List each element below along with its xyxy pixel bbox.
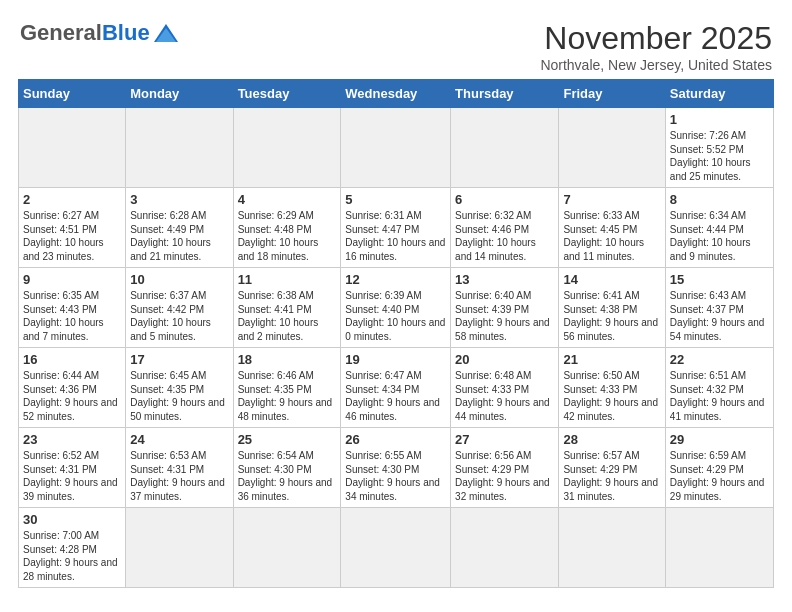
day-number: 30 (23, 512, 121, 527)
day-number: 18 (238, 352, 337, 367)
day-number: 21 (563, 352, 660, 367)
calendar-table: SundayMondayTuesdayWednesdayThursdayFrid… (18, 79, 774, 588)
logo-general-text: General (20, 20, 102, 46)
day-number: 25 (238, 432, 337, 447)
location-subtitle: Northvale, New Jersey, United States (540, 57, 772, 73)
calendar-cell (559, 108, 665, 188)
day-info: Sunrise: 6:39 AM Sunset: 4:40 PM Dayligh… (345, 289, 446, 343)
calendar-cell: 1Sunrise: 7:26 AM Sunset: 5:52 PM Daylig… (665, 108, 773, 188)
day-number: 6 (455, 192, 554, 207)
day-number: 27 (455, 432, 554, 447)
day-number: 11 (238, 272, 337, 287)
day-info: Sunrise: 6:52 AM Sunset: 4:31 PM Dayligh… (23, 449, 121, 503)
calendar-cell: 14Sunrise: 6:41 AM Sunset: 4:38 PM Dayli… (559, 268, 665, 348)
calendar-cell: 28Sunrise: 6:57 AM Sunset: 4:29 PM Dayli… (559, 428, 665, 508)
calendar-cell: 24Sunrise: 6:53 AM Sunset: 4:31 PM Dayli… (126, 428, 233, 508)
page-header: General Blue November 2025 Northvale, Ne… (10, 10, 782, 79)
day-info: Sunrise: 6:48 AM Sunset: 4:33 PM Dayligh… (455, 369, 554, 423)
calendar-cell: 4Sunrise: 6:29 AM Sunset: 4:48 PM Daylig… (233, 188, 341, 268)
calendar-cell: 18Sunrise: 6:46 AM Sunset: 4:35 PM Dayli… (233, 348, 341, 428)
day-number: 17 (130, 352, 228, 367)
day-info: Sunrise: 6:55 AM Sunset: 4:30 PM Dayligh… (345, 449, 446, 503)
calendar-week-5: 30Sunrise: 7:00 AM Sunset: 4:28 PM Dayli… (19, 508, 774, 588)
calendar-cell: 23Sunrise: 6:52 AM Sunset: 4:31 PM Dayli… (19, 428, 126, 508)
calendar-cell: 26Sunrise: 6:55 AM Sunset: 4:30 PM Dayli… (341, 428, 451, 508)
header-row: SundayMondayTuesdayWednesdayThursdayFrid… (19, 80, 774, 108)
day-number: 26 (345, 432, 446, 447)
calendar-cell (665, 508, 773, 588)
calendar-cell: 22Sunrise: 6:51 AM Sunset: 4:32 PM Dayli… (665, 348, 773, 428)
day-info: Sunrise: 6:34 AM Sunset: 4:44 PM Dayligh… (670, 209, 769, 263)
calendar-cell: 17Sunrise: 6:45 AM Sunset: 4:35 PM Dayli… (126, 348, 233, 428)
calendar-cell: 10Sunrise: 6:37 AM Sunset: 4:42 PM Dayli… (126, 268, 233, 348)
day-info: Sunrise: 6:43 AM Sunset: 4:37 PM Dayligh… (670, 289, 769, 343)
calendar-cell: 19Sunrise: 6:47 AM Sunset: 4:34 PM Dayli… (341, 348, 451, 428)
day-number: 14 (563, 272, 660, 287)
calendar-cell (559, 508, 665, 588)
day-info: Sunrise: 6:51 AM Sunset: 4:32 PM Dayligh… (670, 369, 769, 423)
title-block: November 2025 Northvale, New Jersey, Uni… (540, 20, 772, 73)
calendar-cell (19, 108, 126, 188)
logo-blue-text: Blue (102, 20, 150, 46)
calendar-cell: 25Sunrise: 6:54 AM Sunset: 4:30 PM Dayli… (233, 428, 341, 508)
month-title: November 2025 (540, 20, 772, 57)
day-number: 22 (670, 352, 769, 367)
day-info: Sunrise: 6:46 AM Sunset: 4:35 PM Dayligh… (238, 369, 337, 423)
calendar-body: 1Sunrise: 7:26 AM Sunset: 5:52 PM Daylig… (19, 108, 774, 588)
day-number: 9 (23, 272, 121, 287)
calendar-cell (451, 108, 559, 188)
calendar-cell: 21Sunrise: 6:50 AM Sunset: 4:33 PM Dayli… (559, 348, 665, 428)
calendar-cell: 20Sunrise: 6:48 AM Sunset: 4:33 PM Dayli… (451, 348, 559, 428)
day-info: Sunrise: 6:33 AM Sunset: 4:45 PM Dayligh… (563, 209, 660, 263)
day-info: Sunrise: 6:44 AM Sunset: 4:36 PM Dayligh… (23, 369, 121, 423)
day-number: 1 (670, 112, 769, 127)
calendar-cell: 30Sunrise: 7:00 AM Sunset: 4:28 PM Dayli… (19, 508, 126, 588)
calendar-cell (233, 508, 341, 588)
day-info: Sunrise: 6:32 AM Sunset: 4:46 PM Dayligh… (455, 209, 554, 263)
calendar-week-0: 1Sunrise: 7:26 AM Sunset: 5:52 PM Daylig… (19, 108, 774, 188)
day-number: 23 (23, 432, 121, 447)
calendar-cell (451, 508, 559, 588)
day-info: Sunrise: 6:41 AM Sunset: 4:38 PM Dayligh… (563, 289, 660, 343)
day-info: Sunrise: 6:40 AM Sunset: 4:39 PM Dayligh… (455, 289, 554, 343)
calendar-cell: 15Sunrise: 6:43 AM Sunset: 4:37 PM Dayli… (665, 268, 773, 348)
calendar-cell: 29Sunrise: 6:59 AM Sunset: 4:29 PM Dayli… (665, 428, 773, 508)
day-info: Sunrise: 6:53 AM Sunset: 4:31 PM Dayligh… (130, 449, 228, 503)
day-number: 10 (130, 272, 228, 287)
calendar-cell: 11Sunrise: 6:38 AM Sunset: 4:41 PM Dayli… (233, 268, 341, 348)
day-number: 5 (345, 192, 446, 207)
header-day-monday: Monday (126, 80, 233, 108)
day-info: Sunrise: 6:56 AM Sunset: 4:29 PM Dayligh… (455, 449, 554, 503)
day-info: Sunrise: 6:35 AM Sunset: 4:43 PM Dayligh… (23, 289, 121, 343)
calendar-cell: 9Sunrise: 6:35 AM Sunset: 4:43 PM Daylig… (19, 268, 126, 348)
day-info: Sunrise: 6:31 AM Sunset: 4:47 PM Dayligh… (345, 209, 446, 263)
day-number: 28 (563, 432, 660, 447)
calendar-cell: 3Sunrise: 6:28 AM Sunset: 4:49 PM Daylig… (126, 188, 233, 268)
calendar-cell (126, 108, 233, 188)
calendar-cell: 7Sunrise: 6:33 AM Sunset: 4:45 PM Daylig… (559, 188, 665, 268)
calendar-week-1: 2Sunrise: 6:27 AM Sunset: 4:51 PM Daylig… (19, 188, 774, 268)
calendar-cell (341, 108, 451, 188)
logo-icon (152, 22, 180, 44)
day-info: Sunrise: 6:38 AM Sunset: 4:41 PM Dayligh… (238, 289, 337, 343)
calendar-cell: 2Sunrise: 6:27 AM Sunset: 4:51 PM Daylig… (19, 188, 126, 268)
calendar-week-4: 23Sunrise: 6:52 AM Sunset: 4:31 PM Dayli… (19, 428, 774, 508)
day-info: Sunrise: 6:47 AM Sunset: 4:34 PM Dayligh… (345, 369, 446, 423)
day-number: 24 (130, 432, 228, 447)
day-info: Sunrise: 6:54 AM Sunset: 4:30 PM Dayligh… (238, 449, 337, 503)
day-info: Sunrise: 6:45 AM Sunset: 4:35 PM Dayligh… (130, 369, 228, 423)
day-info: Sunrise: 6:57 AM Sunset: 4:29 PM Dayligh… (563, 449, 660, 503)
day-number: 15 (670, 272, 769, 287)
day-info: Sunrise: 6:37 AM Sunset: 4:42 PM Dayligh… (130, 289, 228, 343)
calendar-cell: 8Sunrise: 6:34 AM Sunset: 4:44 PM Daylig… (665, 188, 773, 268)
day-number: 12 (345, 272, 446, 287)
day-number: 7 (563, 192, 660, 207)
header-day-thursday: Thursday (451, 80, 559, 108)
calendar-cell: 27Sunrise: 6:56 AM Sunset: 4:29 PM Dayli… (451, 428, 559, 508)
day-number: 8 (670, 192, 769, 207)
calendar-wrapper: SundayMondayTuesdayWednesdayThursdayFrid… (10, 79, 782, 596)
calendar-cell (341, 508, 451, 588)
day-number: 2 (23, 192, 121, 207)
calendar-cell: 6Sunrise: 6:32 AM Sunset: 4:46 PM Daylig… (451, 188, 559, 268)
header-day-friday: Friday (559, 80, 665, 108)
